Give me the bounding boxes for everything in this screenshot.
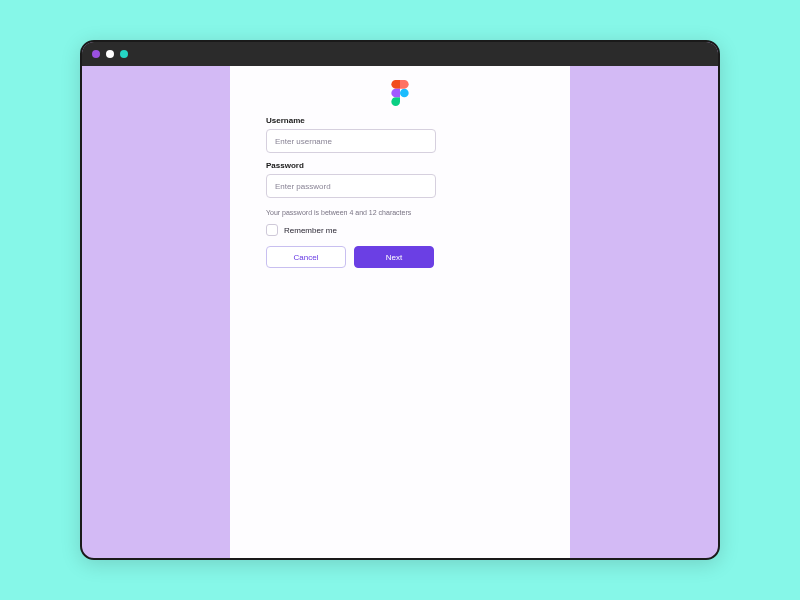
login-page: Username Password Your password is betwe… [230, 66, 570, 558]
viewport: Username Password Your password is betwe… [82, 66, 718, 558]
password-label: Password [266, 161, 534, 170]
svg-point-0 [400, 89, 409, 98]
figma-logo-icon [391, 80, 409, 106]
window-control-maximize[interactable] [120, 50, 128, 58]
window-control-minimize[interactable] [106, 50, 114, 58]
logo-container [266, 80, 534, 106]
password-group: Password [266, 161, 534, 198]
action-buttons: Cancel Next [266, 246, 534, 268]
remember-label: Remember me [284, 226, 337, 235]
browser-window: Username Password Your password is betwe… [80, 40, 720, 560]
password-hint: Your password is between 4 and 12 charac… [266, 209, 534, 216]
remember-checkbox[interactable] [266, 224, 278, 236]
username-group: Username [266, 116, 534, 153]
username-label: Username [266, 116, 534, 125]
password-input[interactable] [266, 174, 436, 198]
window-control-close[interactable] [92, 50, 100, 58]
cancel-button[interactable]: Cancel [266, 246, 346, 268]
username-input[interactable] [266, 129, 436, 153]
window-titlebar [82, 42, 718, 66]
next-button[interactable]: Next [354, 246, 434, 268]
remember-row: Remember me [266, 224, 534, 236]
